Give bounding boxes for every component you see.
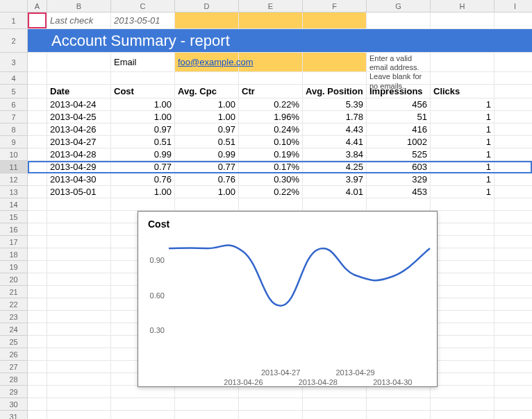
cell-A28[interactable] — [28, 373, 47, 386]
cell-F2[interactable] — [303, 29, 367, 53]
cell-C6[interactable]: 1.00 — [111, 99, 175, 111]
cell-H11[interactable]: 1 — [431, 161, 494, 173]
cell-H17[interactable] — [431, 236, 494, 248]
cell-B2[interactable]: Account Summary - report — [47, 29, 111, 53]
row-header-31[interactable]: 31 — [0, 411, 28, 419]
cell-G9[interactable]: 1002 — [367, 136, 431, 148]
cell-C9[interactable]: 0.51 — [111, 136, 175, 148]
cell-G11[interactable]: 603 — [367, 161, 431, 173]
cell-E13[interactable]: 0.22% — [239, 186, 303, 198]
email-link[interactable]: foo@example.com — [178, 57, 253, 67]
cell-E14[interactable] — [239, 198, 303, 211]
row-header-20[interactable]: 20 — [0, 273, 28, 286]
cell-C10[interactable]: 0.99 — [111, 148, 175, 161]
cell-I31[interactable] — [494, 411, 532, 419]
cell-A12[interactable] — [28, 173, 47, 186]
cell-A9[interactable] — [28, 136, 47, 148]
cell-B14[interactable] — [47, 198, 111, 211]
cell-G7[interactable]: 51 — [367, 111, 431, 123]
cell-I29[interactable] — [494, 386, 532, 398]
cell-H31[interactable] — [431, 411, 494, 419]
cell-D10[interactable]: 0.99 — [175, 148, 239, 161]
cell-D14[interactable] — [175, 198, 239, 211]
cell-D7[interactable]: 1.00 — [175, 111, 239, 123]
cell-B20[interactable] — [47, 273, 111, 286]
row-header-13[interactable]: 13 — [0, 186, 28, 198]
cell-H4[interactable] — [431, 72, 494, 85]
cell-B26[interactable] — [47, 348, 111, 361]
cell-H13[interactable]: 1 — [431, 186, 494, 198]
cell-F13[interactable]: 4.01 — [303, 186, 367, 198]
cell-B31[interactable] — [47, 411, 111, 419]
cell-A1[interactable] — [28, 12, 47, 29]
cell-F8[interactable]: 4.43 — [303, 123, 367, 136]
cell-I27[interactable] — [494, 361, 532, 373]
cell-F3[interactable] — [303, 53, 367, 72]
cell-F6[interactable]: 5.39 — [303, 99, 367, 111]
cell-D3[interactable]: foo@example.com — [175, 53, 239, 72]
cell-H19[interactable] — [431, 261, 494, 273]
cell-H25[interactable] — [431, 336, 494, 348]
cell-E30[interactable] — [239, 398, 303, 411]
cell-H12[interactable]: 1 — [431, 173, 494, 186]
cell-A8[interactable] — [28, 123, 47, 136]
cell-H28[interactable] — [431, 373, 494, 386]
cell-H16[interactable] — [431, 223, 494, 236]
cell-F14[interactable] — [303, 198, 367, 211]
cell-A11[interactable] — [28, 161, 47, 173]
cell-I28[interactable] — [494, 373, 532, 386]
col-header-G[interactable]: G — [367, 0, 431, 12]
cell-D6[interactable]: 1.00 — [175, 99, 239, 111]
cell-H5[interactable]: Clicks — [431, 85, 494, 99]
cell-F12[interactable]: 3.97 — [303, 173, 367, 186]
cell-B1[interactable]: Last check — [47, 12, 111, 29]
cell-F7[interactable]: 1.78 — [303, 111, 367, 123]
col-header-E[interactable]: E — [239, 0, 303, 12]
cell-F30[interactable] — [303, 398, 367, 411]
cell-E1[interactable] — [239, 12, 303, 29]
col-header-F[interactable]: F — [303, 0, 367, 12]
cell-F5[interactable]: Avg. Position — [303, 85, 367, 99]
cell-A5[interactable] — [28, 85, 47, 99]
cell-B6[interactable]: 2013-04-24 — [47, 99, 111, 111]
cell-A23[interactable] — [28, 311, 47, 323]
cell-B28[interactable] — [47, 373, 111, 386]
cell-A20[interactable] — [28, 273, 47, 286]
cell-D12[interactable]: 0.76 — [175, 173, 239, 186]
cell-A4[interactable] — [28, 72, 47, 85]
cell-I21[interactable] — [494, 286, 532, 298]
cell-E2[interactable] — [239, 29, 303, 53]
cell-B25[interactable] — [47, 336, 111, 348]
cell-H21[interactable] — [431, 286, 494, 298]
cell-B4[interactable] — [47, 72, 111, 85]
cell-I13[interactable] — [494, 186, 532, 198]
cell-B12[interactable]: 2013-04-30 — [47, 173, 111, 186]
cell-B17[interactable] — [47, 236, 111, 248]
cell-H10[interactable]: 1 — [431, 148, 494, 161]
cell-I6[interactable] — [494, 99, 532, 111]
row-header-19[interactable]: 19 — [0, 261, 28, 273]
cell-E31[interactable] — [239, 411, 303, 419]
cell-C5[interactable]: Cost — [111, 85, 175, 99]
cell-H7[interactable]: 1 — [431, 111, 494, 123]
cell-D5[interactable]: Avg. Cpc — [175, 85, 239, 99]
row-header-18[interactable]: 18 — [0, 248, 28, 261]
col-header-I[interactable]: I — [494, 0, 532, 12]
cell-H27[interactable] — [431, 361, 494, 373]
row-header-16[interactable]: 16 — [0, 223, 28, 236]
cell-I2[interactable] — [494, 29, 532, 53]
cell-B10[interactable]: 2013-04-28 — [47, 148, 111, 161]
cell-D4[interactable] — [175, 72, 239, 85]
corner-selectall[interactable] — [0, 0, 28, 12]
cell-I22[interactable] — [494, 298, 532, 311]
cell-B15[interactable] — [47, 211, 111, 223]
cell-I3[interactable] — [494, 53, 532, 72]
cell-A13[interactable] — [28, 186, 47, 198]
cell-A29[interactable] — [28, 386, 47, 398]
row-header-10[interactable]: 10 — [0, 148, 28, 161]
cell-G3[interactable]: Enter a valid email address. Leave blank… — [367, 53, 431, 72]
row-header-4[interactable]: 4 — [0, 72, 28, 85]
row-header-7[interactable]: 7 — [0, 111, 28, 123]
cell-B21[interactable] — [47, 286, 111, 298]
cell-B16[interactable] — [47, 223, 111, 236]
